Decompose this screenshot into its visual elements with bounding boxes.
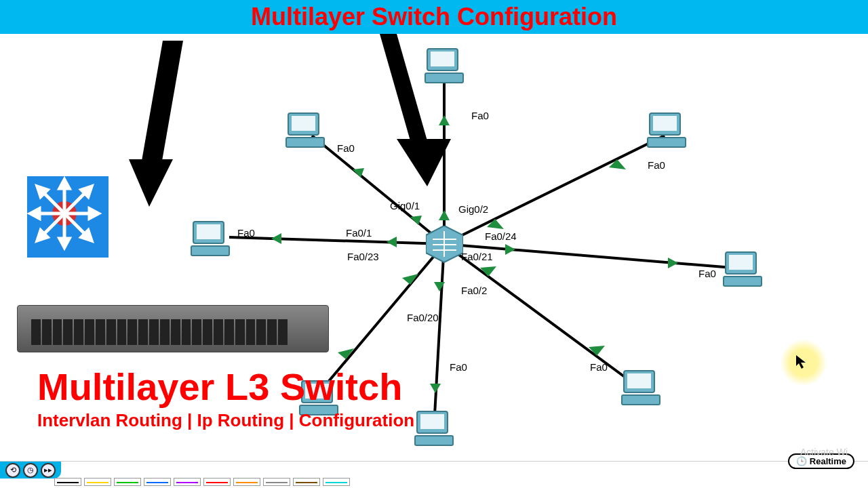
bottom-bar: ⟲ ◷ ▸▸ 🕒 Realtime Activate Wi xyxy=(0,461,868,488)
swatch-grey[interactable] xyxy=(263,478,290,486)
pc-top-right[interactable] xyxy=(646,112,687,149)
subtitle: Intervlan Routing | Ip Routing | Configu… xyxy=(37,410,414,431)
swatch-blue[interactable] xyxy=(144,478,171,486)
svg-rect-51 xyxy=(622,395,660,405)
header-title: Multilayer Switch Configuration xyxy=(251,3,617,31)
svg-marker-25 xyxy=(129,159,173,207)
swatch-brown[interactable] xyxy=(293,478,320,486)
svg-rect-47 xyxy=(420,414,444,429)
topology-canvas: Fa0 Fa0 Fa0 Fa0 Fa0 Fa0 Fa0 Gig0/1 Gig0/… xyxy=(0,34,868,461)
fastforward-button[interactable]: ▸▸ xyxy=(41,463,56,478)
svg-rect-38 xyxy=(197,224,220,239)
swatch-red[interactable] xyxy=(203,478,231,486)
svg-marker-21 xyxy=(505,244,515,255)
swatch-yellow[interactable] xyxy=(84,478,111,486)
clock-icon: 🕒 xyxy=(796,456,807,466)
cursor-highlight xyxy=(780,339,827,386)
svg-rect-36 xyxy=(648,138,686,147)
drawing-palette xyxy=(54,476,350,488)
swatch-purple[interactable] xyxy=(174,478,201,486)
svg-marker-9 xyxy=(439,210,450,220)
label-fa021: Fa0/21 xyxy=(461,251,493,262)
swatch-cyan[interactable] xyxy=(323,478,350,486)
svg-marker-16 xyxy=(430,384,441,393)
svg-marker-24 xyxy=(139,41,183,176)
svg-rect-35 xyxy=(653,116,677,131)
clock-button[interactable]: ◷ xyxy=(23,463,38,478)
swatch-green[interactable] xyxy=(114,478,141,486)
svg-line-4 xyxy=(434,244,444,427)
time-controls: ⟲ ◷ ▸▸ xyxy=(0,462,61,479)
pc-bottom-right[interactable] xyxy=(620,369,661,407)
big-title: Multilayer L3 Switch xyxy=(37,365,402,409)
pc-left[interactable] xyxy=(190,220,231,258)
svg-rect-50 xyxy=(627,373,651,388)
swatch-black[interactable] xyxy=(54,478,81,486)
label-fa0-bc: Fa0 xyxy=(450,361,467,373)
svg-rect-48 xyxy=(415,436,453,445)
svg-marker-75 xyxy=(796,355,806,369)
svg-line-2 xyxy=(229,237,444,244)
label-fa0-tl: Fa0 xyxy=(337,142,355,154)
svg-rect-32 xyxy=(292,116,315,131)
svg-rect-29 xyxy=(431,52,454,66)
svg-rect-39 xyxy=(191,246,229,256)
pc-top[interactable] xyxy=(424,47,465,85)
svg-marker-26 xyxy=(380,34,431,152)
realtime-label: Realtime xyxy=(810,456,846,466)
label-fa0-top: Fa0 xyxy=(471,110,489,121)
switch-ports xyxy=(31,319,288,345)
pc-right[interactable] xyxy=(722,251,763,288)
label-fa02: Fa0/2 xyxy=(461,285,487,296)
switch-photo xyxy=(17,305,329,352)
svg-rect-41 xyxy=(729,255,753,270)
svg-marker-12 xyxy=(271,233,281,244)
svg-rect-33 xyxy=(286,138,324,147)
label-gig01: Gig0/1 xyxy=(390,200,420,211)
arrow-left xyxy=(122,41,258,210)
label-fa023: Fa0/23 xyxy=(347,251,379,262)
svg-marker-17 xyxy=(434,282,445,291)
pc-top-left[interactable] xyxy=(285,112,326,149)
cursor-icon xyxy=(796,355,844,403)
windows-watermark: Activate Wi xyxy=(800,447,848,458)
svg-marker-20 xyxy=(668,258,678,268)
label-fa01: Fa0/1 xyxy=(346,227,372,239)
label-fa020: Fa0/20 xyxy=(407,312,439,323)
label-gig02: Gig0/2 xyxy=(458,203,488,215)
multilayer-switch-icon[interactable] xyxy=(426,226,463,263)
svg-marker-60 xyxy=(60,180,69,188)
pc-bottom-center[interactable] xyxy=(414,410,454,447)
label-fa0-br: Fa0 xyxy=(590,361,608,373)
label-fa0-tr: Fa0 xyxy=(648,159,665,171)
header-bar: Multilayer Switch Configuration xyxy=(0,0,868,34)
label-fa0-right: Fa0 xyxy=(698,268,716,279)
svg-rect-30 xyxy=(425,73,463,83)
rewind-button[interactable]: ⟲ xyxy=(5,463,20,478)
label-fa024: Fa0/24 xyxy=(485,230,517,242)
l3-switch-icon-box xyxy=(27,176,108,258)
swatch-orange[interactable] xyxy=(233,478,260,486)
svg-line-5 xyxy=(444,244,637,386)
svg-rect-42 xyxy=(724,277,762,286)
svg-marker-13 xyxy=(387,237,397,247)
label-fa0-left: Fa0 xyxy=(237,227,255,239)
svg-marker-27 xyxy=(397,139,451,186)
